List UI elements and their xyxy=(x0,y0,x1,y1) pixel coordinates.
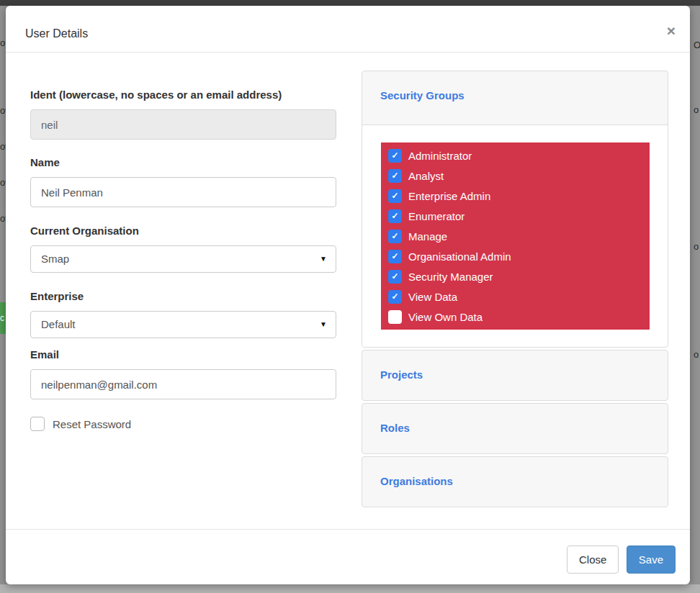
user-form: Ident (lowercase, no spaces or an email … xyxy=(30,71,336,510)
security-groups-list: ✓ Administrator ✓ Analyst ✓ Enterprise A… xyxy=(381,142,650,330)
security-group-row[interactable]: View Own Data xyxy=(381,307,650,327)
email-label: Email xyxy=(30,348,336,361)
reset-password-label: Reset Password xyxy=(53,418,131,430)
projects-link[interactable]: Projects xyxy=(380,368,423,381)
enterprise-group: Enterprise Default ▼ xyxy=(30,290,336,338)
security-group-label: Analyst xyxy=(408,170,444,182)
organisation-group: Current Organisation Smap ▼ xyxy=(30,225,336,273)
reset-password-checkbox[interactable] xyxy=(30,417,45,431)
organisation-selected-value: Smap xyxy=(41,253,69,265)
security-group-label: Manage xyxy=(408,230,447,243)
chevron-down-icon: ▼ xyxy=(320,246,327,272)
modal-header: User Details × xyxy=(6,6,690,53)
background-text-fragment: O xyxy=(694,40,700,50)
security-group-label: Organisational Admin xyxy=(408,250,511,263)
checkbox-icon: ✓ xyxy=(388,270,402,284)
organisation-label: Current Organisation xyxy=(30,225,336,237)
close-button[interactable]: Close xyxy=(567,546,619,574)
security-groups-heading: Security Groups xyxy=(362,71,668,125)
checkbox-icon: ✓ xyxy=(388,189,402,203)
user-details-modal: User Details × Ident (lowercase, no spac… xyxy=(6,6,690,584)
enterprise-label: Enterprise xyxy=(30,290,336,302)
security-group-row[interactable]: ✓ Enterprise Admin xyxy=(381,186,650,206)
checkbox-icon: ✓ xyxy=(388,230,402,243)
name-field[interactable] xyxy=(30,177,336,207)
chevron-down-icon: ▼ xyxy=(320,312,327,338)
roles-heading: Roles xyxy=(362,404,668,453)
email-field[interactable] xyxy=(30,369,336,399)
checkbox-icon: ✓ xyxy=(388,250,402,263)
security-group-label: Enterprise Admin xyxy=(408,190,490,202)
name-group: Name xyxy=(30,156,336,207)
checkbox-icon: ✓ xyxy=(388,169,402,183)
enterprise-select[interactable]: Default ▼ xyxy=(30,311,336,338)
accordion-panels: Security Groups ✓ Administrator ✓ Analys… xyxy=(362,71,668,510)
security-group-row[interactable]: ✓ View Data xyxy=(381,286,650,307)
security-group-row[interactable]: ✓ Administrator xyxy=(381,145,650,166)
background-text-fragment: o xyxy=(694,241,700,252)
security-group-label: View Data xyxy=(408,291,457,303)
security-group-row[interactable]: ✓ Manage xyxy=(381,226,650,246)
background-text-fragment: o xyxy=(694,104,700,115)
organisations-heading: Organisations xyxy=(362,457,668,507)
security-group-row[interactable]: ✓ Enumerator xyxy=(381,206,650,226)
ident-field xyxy=(30,109,336,140)
name-label: Name xyxy=(30,156,336,168)
security-group-row[interactable]: ✓ Security Manager xyxy=(381,266,650,286)
close-icon[interactable]: × xyxy=(667,23,676,38)
roles-panel: Roles xyxy=(362,403,668,454)
projects-panel: Projects xyxy=(362,350,668,401)
security-group-row[interactable]: ✓ Analyst xyxy=(381,166,650,186)
roles-link[interactable]: Roles xyxy=(380,422,410,434)
ident-group: Ident (lowercase, no spaces or an email … xyxy=(30,89,336,140)
security-group-label: Enumerator xyxy=(408,210,465,222)
modal-title: User Details xyxy=(25,27,88,40)
organisations-panel: Organisations xyxy=(362,456,668,507)
security-group-label: Security Manager xyxy=(408,271,493,283)
modal-footer: Close Save xyxy=(6,529,690,584)
security-group-label: View Own Data xyxy=(408,311,483,323)
email-group: Email xyxy=(30,348,336,399)
security-group-label: Administrator xyxy=(408,150,472,162)
checkbox-icon xyxy=(388,310,402,324)
organisations-link[interactable]: Organisations xyxy=(380,475,453,487)
current-organisation-select[interactable]: Smap ▼ xyxy=(30,245,336,273)
ident-label: Ident (lowercase, no spaces or an email … xyxy=(30,89,336,101)
security-groups-link[interactable]: Security Groups xyxy=(380,89,465,101)
reset-password-row: Reset Password xyxy=(30,417,336,431)
checkbox-icon: ✓ xyxy=(388,209,402,223)
security-groups-body: ✓ Administrator ✓ Analyst ✓ Enterprise A… xyxy=(362,125,668,347)
security-groups-panel: Security Groups ✓ Administrator ✓ Analys… xyxy=(362,71,668,348)
modal-body: Ident (lowercase, no spaces or an email … xyxy=(6,53,690,510)
save-button[interactable]: Save xyxy=(627,546,676,574)
background-text-fragment: o xyxy=(694,349,700,360)
projects-heading: Projects xyxy=(362,350,668,400)
enterprise-selected-value: Default xyxy=(41,318,76,330)
security-group-row[interactable]: ✓ Organisational Admin xyxy=(381,246,650,266)
background-top-bar xyxy=(0,0,700,6)
background-bottom-strip xyxy=(0,584,700,593)
checkbox-icon: ✓ xyxy=(388,149,402,163)
checkbox-icon: ✓ xyxy=(388,290,402,304)
